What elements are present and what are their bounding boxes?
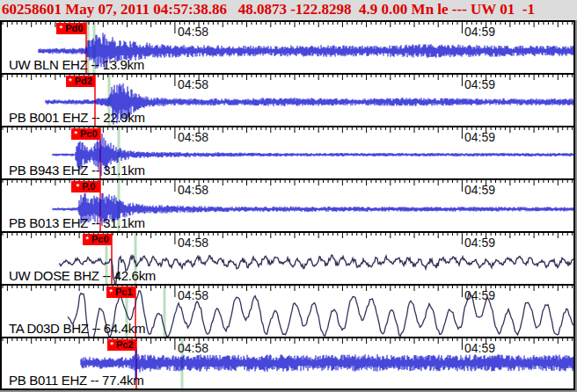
- time-label: 04:59: [464, 77, 495, 91]
- p-pick-marker[interactable]: *P.0: [71, 181, 100, 192]
- time-label: 04:59: [464, 236, 495, 250]
- time-label: 04:59: [464, 288, 495, 302]
- pick-label: Pc0: [91, 234, 109, 245]
- trace-panel[interactable]: *Pd2 04:58 04:59 PB B001 EHZ -- 22.9km: [2, 75, 573, 127]
- trace-panel-stack: *Pd0 04:58 04:59 UW BLN EHZ -- 13.9km *P…: [0, 20, 575, 390]
- time-label: 04:59: [464, 341, 495, 355]
- trace-panel[interactable]: *Pc1 04:58 04:59 TA D03D BHZ -- 64.4km: [2, 286, 573, 338]
- station-label: UW DOSE BHZ -- 42.6km: [9, 268, 156, 283]
- station-label: PB B013 EHZ -- 31.1km: [9, 215, 145, 230]
- event-info-header: 60258601 May 07, 2011 04:57:38.86 48.087…: [0, 0, 577, 20]
- station-label: PB B011 EHZ -- 77.4km: [9, 373, 143, 388]
- time-label: 04:59: [464, 130, 495, 144]
- time-label: 04:58: [178, 77, 208, 91]
- pick-label: Pc2: [116, 339, 134, 351]
- p-pick-marker[interactable]: *Pc2: [107, 339, 136, 351]
- trace-panel[interactable]: *Pc0 04:58 04:59 UW DOSE BHZ -- 42.6km: [2, 233, 573, 286]
- pick-flag-icon: *: [109, 287, 113, 298]
- seismogram-viewer-window: 60258601 May 07, 2011 04:57:38.86 48.087…: [0, 0, 577, 392]
- pick-label: Pc1: [115, 287, 133, 298]
- time-label: 04:58: [178, 236, 208, 250]
- pick-flag-icon: *: [85, 234, 89, 245]
- time-label: 04:58: [178, 288, 208, 302]
- pick-flag-icon: *: [69, 76, 72, 87]
- pick-flag-icon: *: [110, 339, 113, 351]
- trace-panel[interactable]: *Pd0 04:58 04:59 UW BLN EHZ -- 13.9km: [2, 22, 573, 75]
- time-label: 04:58: [178, 25, 208, 39]
- trace-panel[interactable]: *Pc2 04:58 04:59 PB B011 EHZ -- 77.4km: [2, 338, 573, 390]
- p-pick-marker[interactable]: *Pd2: [66, 76, 95, 87]
- pick-flag-icon: *: [74, 128, 77, 140]
- trace-panel[interactable]: *P.0 04:58 04:59 PB B013 EHZ -- 31.1km: [2, 180, 573, 233]
- pick-flag-icon: *: [77, 181, 80, 192]
- time-label: 04:59: [464, 25, 495, 39]
- p-pick-marker[interactable]: *Pd0: [56, 23, 86, 34]
- station-label: TA D03D BHZ -- 64.4km: [9, 321, 145, 336]
- trace-panel[interactable]: *Pc0 04:58 04:59 PB B943 EHZ -- 31.1km: [2, 127, 573, 180]
- time-label: 04:58: [178, 183, 208, 197]
- pick-label: Pd0: [65, 23, 83, 34]
- pick-label: Pc0: [80, 128, 98, 140]
- p-pick-marker[interactable]: *Pc1: [106, 287, 135, 298]
- station-label: PB B943 EHZ -- 31.1km: [9, 163, 145, 178]
- time-label: 04:59: [464, 183, 495, 197]
- pick-label: Pd2: [75, 76, 92, 87]
- pick-flag-icon: *: [60, 23, 63, 34]
- station-label: PB B001 EHZ -- 22.9km: [9, 110, 145, 125]
- time-label: 04:58: [178, 130, 208, 144]
- time-label: 04:58: [178, 341, 208, 355]
- station-label: UW BLN EHZ -- 13.9km: [9, 57, 144, 72]
- pick-label: P.0: [82, 181, 95, 192]
- p-pick-marker[interactable]: *Pc0: [71, 128, 100, 140]
- p-pick-marker[interactable]: *Pc0: [83, 234, 112, 245]
